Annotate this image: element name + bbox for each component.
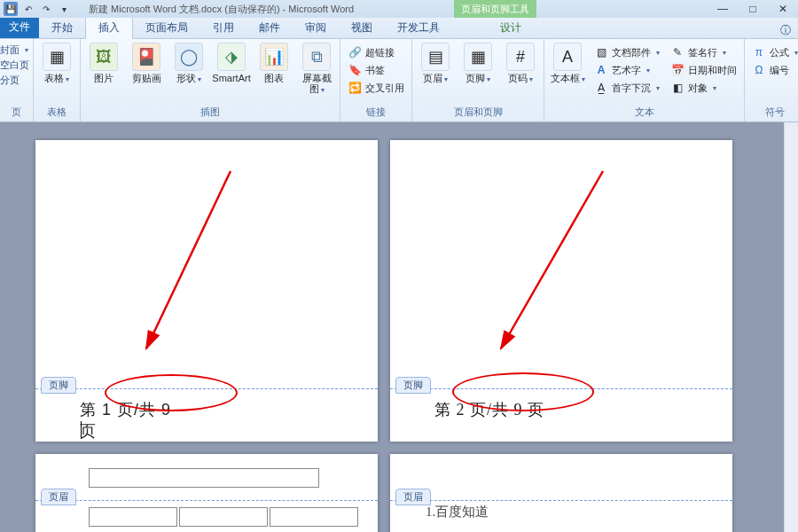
object-icon: ◧ (670, 81, 685, 95)
page-2[interactable]: 页脚 第 2 页/共 9 页 (390, 140, 732, 442)
window-title: 新建 Microsoft Word 文档.docx (自动保存的) - Micr… (89, 3, 354, 16)
tab-home[interactable]: 开始 (39, 17, 85, 38)
picture-icon: 🖼 (90, 43, 118, 71)
qat-customize[interactable]: ▾ (57, 2, 71, 16)
equation-button[interactable]: π公式▾ (750, 44, 798, 60)
screenshot-icon: ⧉ (302, 43, 331, 71)
group-symbols-label: 符号 (745, 104, 798, 121)
page-4[interactable]: 页眉 1.百度知道 (390, 454, 732, 532)
chart-button[interactable]: 📊图表 (256, 43, 292, 83)
bookmark-icon: 🔖 (348, 63, 362, 77)
tab-view[interactable]: 视图 (339, 17, 385, 38)
bookmark-button[interactable]: 🔖书签 (346, 62, 406, 78)
footer-tag[interactable]: 页脚 (395, 377, 431, 394)
doc-parts-button[interactable]: ▧文档部件▾ (592, 44, 661, 60)
parts-icon: ▧ (594, 45, 608, 59)
tab-references[interactable]: 引用 (200, 17, 246, 38)
signature-icon: ✎ (670, 45, 685, 59)
blank-page-button[interactable]: 空白页 (0, 58, 29, 73)
picture-button[interactable]: 🖼图片 (86, 43, 121, 83)
link-icon: 🔗 (348, 45, 362, 59)
header-tag[interactable]: 页眉 (41, 489, 76, 505)
page4-header-text[interactable]: 1.百度知道 (426, 504, 489, 520)
pagenum-icon: # (506, 43, 535, 71)
textbox-icon: A (553, 43, 582, 71)
table-cell[interactable] (270, 507, 358, 527)
title-bar: 💾 ↶ ↷ ▾ 新建 Microsoft Word 文档.docx (自动保存的… (0, 0, 798, 18)
pagenum-button[interactable]: #页码▾ (503, 43, 538, 84)
crossref-icon: 🔁 (348, 81, 362, 95)
symbol-button[interactable]: Ω编号 (750, 62, 798, 78)
table-icon: ▦ (43, 43, 71, 71)
document-area[interactable]: 页脚 第 1 页/共 9 页 页脚 第 2 页/共 9 页 页眉 页眉 1.百度… (0, 122, 798, 532)
page-1[interactable]: 页脚 第 1 页/共 9 页 (35, 140, 378, 442)
cover-page-button[interactable]: 封面▾ (0, 43, 28, 58)
clipart-button[interactable]: 🎴剪贴画 (129, 43, 164, 83)
page-break-button[interactable]: 分页 (0, 73, 20, 88)
equation-icon: π (752, 45, 766, 59)
footer-button[interactable]: ▦页脚▾ (460, 43, 496, 84)
wordart-icon: A (594, 63, 608, 77)
header-icon: ▤ (421, 43, 450, 71)
page1-footer-text[interactable]: 第 1 页/共 9 页 (80, 399, 178, 442)
group-pages-label: 页 (0, 104, 33, 121)
table-button[interactable]: ▦ 表格▾ (39, 43, 74, 84)
hyperlink-button[interactable]: 🔗超链接 (346, 44, 406, 60)
object-button[interactable]: ◧对象▾ (669, 80, 739, 96)
ribbon-tabs: 文件 开始 插入 页面布局 引用 邮件 审阅 视图 开发工具 设计 ⓘ (0, 18, 798, 39)
signature-button[interactable]: ✎签名行▾ (669, 44, 739, 60)
header-table-cell[interactable] (89, 468, 319, 488)
dropcap-button[interactable]: A̲首字下沉▾ (592, 80, 661, 96)
text-cursor (81, 421, 82, 439)
footer-boundary (35, 388, 378, 389)
footer-tag[interactable]: 页脚 (41, 377, 76, 394)
tab-developer[interactable]: 开发工具 (385, 17, 452, 38)
group-table-label: 表格 (34, 104, 80, 121)
tab-file[interactable]: 文件 (0, 16, 39, 38)
wordart-button[interactable]: A艺术字▾ (592, 62, 661, 78)
page-3[interactable]: 页眉 (35, 454, 378, 532)
redo-button[interactable]: ↷ (39, 2, 53, 16)
vertical-scrollbar[interactable] (784, 122, 798, 532)
chart-icon: 📊 (260, 43, 288, 71)
tab-layout[interactable]: 页面布局 (133, 17, 200, 38)
page2-footer-text[interactable]: 第 2 页/共 9 页 (434, 399, 544, 420)
group-text-label: 文本 (544, 104, 744, 121)
quick-access-toolbar: 💾 ↶ ↷ ▾ (0, 2, 71, 16)
shapes-button[interactable]: ◯形状▾ (171, 43, 207, 84)
textbox-button[interactable]: A文本框▾ (550, 43, 585, 84)
shapes-icon: ◯ (175, 43, 203, 71)
footer-boundary (390, 388, 732, 389)
maximize-button[interactable]: □ (738, 0, 768, 18)
minimize-button[interactable]: — (708, 0, 738, 18)
crossref-button[interactable]: 🔁交叉引用 (346, 80, 406, 96)
group-headerfooter-label: 页眉和页脚 (412, 104, 544, 121)
table-cell[interactable] (179, 507, 268, 527)
header-boundary (390, 500, 732, 501)
footer-icon: ▦ (464, 43, 492, 71)
dropcap-icon: A̲ (594, 81, 608, 95)
date-icon: 📅 (670, 63, 685, 77)
ribbon: 封面▾ 空白页 分页 页 ▦ 表格▾ 表格 🖼图片 🎴剪贴画 ◯形状▾ ⬗Sma… (0, 39, 798, 122)
tab-hf-design[interactable]: 设计 (488, 17, 534, 38)
datetime-button[interactable]: 📅日期和时间 (669, 62, 739, 78)
smartart-icon: ⬗ (217, 43, 246, 71)
header-button[interactable]: ▤页眉▾ (418, 43, 453, 84)
context-tab-header-footer: 页眉和页脚工具 (454, 0, 536, 18)
tab-insert[interactable]: 插入 (85, 16, 133, 39)
group-illustrations-label: 插图 (81, 104, 340, 121)
tab-review[interactable]: 审阅 (293, 17, 339, 38)
save-button[interactable]: 💾 (4, 2, 18, 16)
smartart-button[interactable]: ⬗SmartArt (214, 43, 249, 83)
tab-mailings[interactable]: 邮件 (246, 17, 293, 38)
group-links-label: 链接 (340, 104, 411, 121)
symbol-icon: Ω (752, 63, 766, 77)
table-cell[interactable] (89, 507, 177, 527)
undo-button[interactable]: ↶ (21, 2, 35, 16)
close-button[interactable]: ✕ (768, 0, 798, 18)
screenshot-button[interactable]: ⧉屏幕截图▾ (299, 43, 334, 95)
clipart-icon: 🎴 (132, 43, 160, 71)
header-boundary (35, 500, 378, 501)
help-icon[interactable]: ⓘ (780, 23, 798, 38)
